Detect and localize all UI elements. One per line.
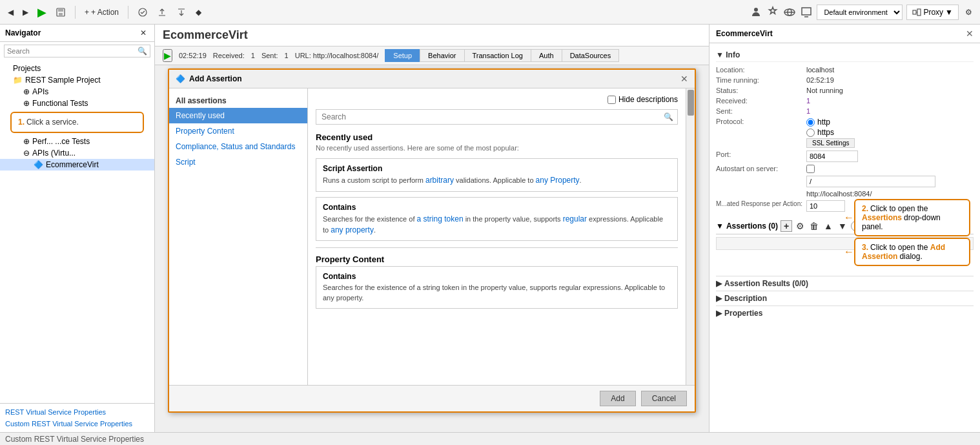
tab-datasources[interactable]: DataSources (562, 49, 620, 62)
tab-transaction-log[interactable]: Transaction Log (464, 49, 531, 62)
sidebar-item-rest-sample-project[interactable]: 📁 REST Sample Project (0, 74, 154, 86)
status-bar-text: Custom REST Virtual Service Properties (5, 435, 144, 444)
play-button[interactable]: ▶ (35, 4, 49, 21)
category-recently-used[interactable]: Recently used (169, 108, 307, 123)
tab-auth[interactable]: Auth (531, 49, 562, 62)
callout2-step: 2. (862, 204, 868, 213)
autostart-label: Autostart on server: (716, 165, 806, 172)
svg-rect-1 (58, 8, 63, 12)
assertion-search-input[interactable] (316, 110, 660, 124)
dialog-scrollbar[interactable] (686, 88, 695, 385)
diamond-button[interactable]: ◆ (193, 6, 204, 18)
received-label: Received: (213, 52, 245, 59)
assertions-wrapper: ▼ Assertions (0) + ⚙ 🗑 ▲ ▼ ℹ 2. Click to… (716, 218, 974, 250)
sidebar-item-apis[interactable]: ⊕ APIs (0, 86, 154, 98)
any-property-link2[interactable]: any property (331, 225, 374, 234)
assertion-results-section[interactable]: ▶ Assertion Results (0/0) (716, 276, 974, 291)
script-assertion-card[interactable]: Script Assertion Runs a custom script to… (316, 158, 678, 192)
sidebar-item-perf-tests[interactable]: ⊕ Perf... ...ce Tests (0, 136, 154, 147)
https-radio-label[interactable]: https (806, 128, 855, 137)
folder-icon-apis: ⊕ (23, 87, 30, 96)
service-header: EcommerceVirt (155, 25, 709, 47)
callout-step2: 2. Click to open the Assertions drop-dow… (854, 199, 970, 236)
assertion-results-title: ▶ Assertion Results (0/0) (716, 279, 974, 288)
category-property-content[interactable]: Property Content (169, 123, 307, 139)
hide-descriptions-checkbox-label[interactable]: Hide descriptions (607, 95, 678, 104)
contains-assertion-card[interactable]: Contains Searches for the existence of a… (316, 197, 678, 242)
upload-button[interactable] (154, 6, 170, 19)
add-assertion-button[interactable]: + (781, 220, 792, 232)
status-label: Status: (716, 87, 806, 94)
category-script[interactable]: Script (169, 154, 307, 170)
assertions-title: Assertions (0) (726, 222, 778, 231)
properties-label: Properties (724, 309, 762, 318)
sidebar-item-apis-virtual[interactable]: ⊖ APIs (Virtu... (0, 147, 154, 159)
sim-input[interactable] (806, 200, 845, 212)
path-input[interactable] (806, 176, 935, 187)
arbitrary-link[interactable]: arbitrary (425, 176, 454, 185)
environment-select[interactable]: Default environment (817, 5, 903, 20)
assertion-sidebar: All assertions Recently used Property Co… (169, 88, 308, 385)
add-button[interactable]: Add (600, 391, 635, 406)
protocol-row: Protocol: http https SSL Settings (716, 118, 974, 148)
projects-title: Projects (13, 64, 41, 73)
sidebar-item-functional-tests[interactable]: ⊕ Functional Tests (0, 98, 154, 109)
description-section[interactable]: ▶ Description (716, 291, 974, 305)
callout3-step: 3. (862, 243, 868, 252)
save-button[interactable] (53, 6, 68, 19)
action-label: + Action (91, 8, 119, 17)
https-radio[interactable] (806, 129, 815, 137)
tab-setup[interactable]: Setup (385, 49, 420, 62)
port-row: Port: (716, 150, 974, 162)
move-up-button[interactable]: ▲ (822, 221, 834, 231)
category-compliance[interactable]: Compliance, Status and Standards (169, 139, 307, 154)
dialog-close-button[interactable]: ✕ (680, 74, 688, 84)
port-input[interactable] (806, 150, 858, 162)
forward-button[interactable]: ▶ (20, 6, 31, 18)
all-assertions-label: All assertions (169, 94, 307, 108)
search-icon-assertion: 🔍 (660, 110, 677, 124)
right-panel-close-button[interactable]: ✕ (966, 28, 974, 39)
cancel-button[interactable]: Cancel (641, 391, 687, 406)
status-bar: Custom REST Virtual Service Properties (0, 432, 980, 445)
sidebar-item-ecommercevirt[interactable]: 🔷 EcommerceVirt (0, 159, 154, 171)
service-play-button[interactable]: ▶ (163, 49, 172, 62)
any-property-link[interactable]: any Property (536, 176, 580, 185)
settings-button[interactable]: ⚙ (963, 6, 975, 18)
tab-behavior[interactable]: Behavior (420, 49, 464, 62)
http-radio[interactable] (806, 118, 815, 127)
properties-section[interactable]: ▶ Properties (716, 305, 974, 320)
callout1-step: 1. (18, 118, 25, 127)
ssl-settings-button[interactable]: SSL Settings (806, 138, 855, 148)
contains-assertion-title: Contains (323, 203, 671, 212)
rest-virtual-service-props[interactable]: REST Virtual Service Properties (0, 406, 154, 418)
toolbar-divider-2 (128, 6, 128, 19)
description-label: Description (724, 294, 767, 303)
contains-assertion-desc: Searches for the existence of a string t… (323, 214, 671, 236)
gear-icon-button[interactable]: ⚙ (795, 221, 806, 231)
callout3-text-pre: Click to open the (870, 243, 930, 252)
navigator-search-input[interactable] (5, 46, 135, 56)
navigator-close[interactable]: ✕ (138, 27, 149, 39)
property-contains-card[interactable]: Contains Searches for the existence of a… (316, 266, 678, 309)
info-collapse-arrow: ▼ (716, 50, 726, 59)
proxy-button[interactable]: Proxy ▼ (906, 5, 959, 20)
string-token-link[interactable]: a string token (417, 214, 464, 223)
verify-button[interactable] (135, 6, 150, 19)
regular-link[interactable]: regular (563, 214, 587, 223)
download-button[interactable] (174, 6, 189, 19)
property-content-section-title: Property Content (316, 254, 678, 264)
autostart-checkbox[interactable] (806, 165, 815, 173)
back-button[interactable]: ◀ (5, 6, 16, 18)
http-radio-label[interactable]: http (806, 118, 855, 127)
custom-rest-virtual-service-props[interactable]: Custom REST Virtual Service Properties (0, 418, 154, 429)
right-panel-title: EcommerceVirt (716, 29, 773, 38)
port-label: Port: (716, 150, 806, 158)
delete-assertion-button[interactable]: 🗑 (808, 221, 820, 231)
scroll-thumb (688, 90, 694, 116)
hide-descriptions-checkbox[interactable] (607, 96, 616, 104)
action-button[interactable]: + + Action (82, 6, 121, 18)
script-assertion-desc: Runs a custom script to perform arbitrar… (323, 175, 671, 186)
assertion-results-label: Assertion Results (0/0) (724, 279, 808, 288)
service-title: EcommerceVirt (163, 28, 248, 42)
